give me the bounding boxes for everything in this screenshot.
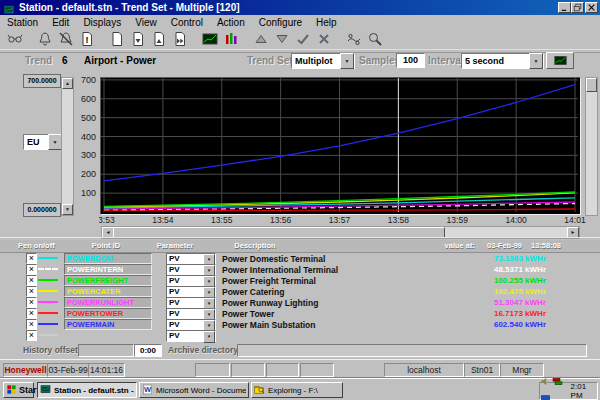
trend-set-label: Trend Set xyxy=(247,55,293,66)
page-icon[interactable] xyxy=(106,30,127,49)
system-tray: 2:01 PM xyxy=(539,382,598,400)
taskbar-task-explorer[interactable]: Exploring - F:\ xyxy=(251,382,343,398)
status-cell xyxy=(231,363,265,377)
menu-view[interactable]: View xyxy=(128,17,164,28)
taskbar: Start Station - default.stn -...WMicroso… xyxy=(0,378,600,400)
plot-right-scrollbar[interactable] xyxy=(585,77,598,216)
point-id-field[interactable]: POWERRUNLIGHT xyxy=(64,297,152,308)
samples-input[interactable]: 100 xyxy=(396,53,425,68)
trend-display-icon[interactable] xyxy=(199,30,220,49)
history-offset-input[interactable] xyxy=(78,344,134,357)
pen-checkbox[interactable]: × xyxy=(26,297,37,308)
point-id-field[interactable]: POWERINTERN xyxy=(64,264,152,275)
y-tick-label: 100 xyxy=(81,188,96,198)
scrollbar-thumb[interactable] xyxy=(586,78,597,92)
archive-directory-input[interactable] xyxy=(237,344,587,357)
menu-station[interactable]: Station xyxy=(0,17,45,28)
menu-edit[interactable]: Edit xyxy=(45,17,76,28)
chevron-down-icon[interactable]: ▼ xyxy=(203,331,215,343)
samples-label: Samples xyxy=(359,55,400,66)
brand: Honeywell xyxy=(3,363,48,377)
range-max-field[interactable]: 700.0000 xyxy=(23,74,61,88)
point-id-field[interactable]: POWERDOM xyxy=(64,253,152,264)
chevron-down-icon[interactable]: ▼ xyxy=(48,134,62,150)
start-button[interactable]: Start xyxy=(3,382,34,398)
status-time: 14:01:16 xyxy=(88,363,125,377)
trend-set-select[interactable]: Multiplot ▼ xyxy=(291,53,355,69)
point-description: Power Tower xyxy=(222,309,274,319)
chevron-down-icon[interactable]: ▼ xyxy=(529,53,543,69)
parameter-value: PV xyxy=(169,276,180,286)
status-station: Stn01 xyxy=(464,363,500,377)
display-tray-icon[interactable] xyxy=(540,394,551,400)
pen-checkbox[interactable]: × xyxy=(26,330,37,341)
close-button[interactable] xyxy=(585,2,598,13)
footer-row: History offset 0:00 Archive directory xyxy=(0,343,600,358)
station-connect-icon[interactable] xyxy=(4,30,25,49)
taskbar-task-word[interactable]: WMicrosoft Word - Document1 xyxy=(139,382,249,398)
accept-icon[interactable] xyxy=(292,30,313,49)
alarm-silence-icon[interactable] xyxy=(55,30,76,49)
parameter-value: PV xyxy=(169,254,180,264)
x-tick-label: 13:57 xyxy=(323,215,357,225)
page-up-icon[interactable] xyxy=(148,30,169,49)
page-down-icon[interactable] xyxy=(127,30,148,49)
alarm-page-icon[interactable]: ! xyxy=(76,30,97,49)
minimize-button[interactable] xyxy=(558,2,571,13)
pen-row-powerrunlight: ×POWERRUNLIGHTPV▼Power Runway Lighting51… xyxy=(0,297,600,308)
menu-help[interactable]: Help xyxy=(309,17,344,28)
header-time: 13:58:08 xyxy=(531,241,561,250)
menu-action[interactable]: Action xyxy=(210,17,252,28)
toolbar-group xyxy=(4,30,25,49)
menu-configure[interactable]: Configure xyxy=(252,17,309,28)
pen-checkbox[interactable]: × xyxy=(26,286,37,297)
group-display-icon[interactable] xyxy=(220,30,241,49)
point-description: Power Domestic Terminal xyxy=(222,254,325,264)
clear-icon[interactable] xyxy=(313,30,334,49)
pen-row-powermain: ×POWERMAINPV▼Power Main Substation602.54… xyxy=(0,319,600,330)
associated-display-icon[interactable] xyxy=(343,30,364,49)
volume-icon[interactable] xyxy=(540,376,551,387)
status-host: localhost xyxy=(384,363,464,377)
header-point-id: Point ID xyxy=(64,241,148,250)
parameter-select[interactable]: PV▼ xyxy=(166,330,216,342)
point-id-field[interactable]: POWERTOWER xyxy=(64,308,152,319)
lower-icon[interactable] xyxy=(271,30,292,49)
pen-checkbox[interactable]: × xyxy=(26,264,37,275)
trend-display-button[interactable] xyxy=(546,52,574,69)
trend-plot[interactable] xyxy=(100,77,581,215)
offset-time-field[interactable]: 0:00 xyxy=(134,344,162,357)
svg-text:W: W xyxy=(144,385,152,394)
raise-icon[interactable] xyxy=(250,30,271,49)
trend-name: Airport - Power xyxy=(84,55,156,66)
page-forward-icon[interactable] xyxy=(169,30,190,49)
pen-checkbox[interactable]: × xyxy=(26,275,37,286)
zoom-icon[interactable] xyxy=(364,30,385,49)
explorer-icon xyxy=(254,384,265,397)
point-id-field[interactable]: POWERCATER xyxy=(64,286,152,297)
eu-select[interactable]: EU ▼ xyxy=(23,134,63,150)
chevron-down-icon[interactable]: ▼ xyxy=(340,53,354,69)
pen-checkbox[interactable]: × xyxy=(26,308,37,319)
modem-icon[interactable] xyxy=(552,376,563,387)
y-tick-label: 500 xyxy=(81,113,96,123)
menu-displays[interactable]: Displays xyxy=(76,17,128,28)
menu-control[interactable]: Control xyxy=(164,17,210,28)
alarm-bell-icon[interactable] xyxy=(34,30,55,49)
point-id-field[interactable]: POWERMAIN xyxy=(64,319,152,330)
x-tick-label: 13:53 xyxy=(99,215,121,225)
maximize-button[interactable] xyxy=(571,2,584,13)
range-min-field[interactable]: 0.000000 xyxy=(23,203,61,217)
x-tick-label: 13:59 xyxy=(440,215,474,225)
pen-table: ×POWERDOMPV▼Power Domestic Terminal73.19… xyxy=(0,253,600,341)
pen-checkbox[interactable]: × xyxy=(26,319,37,330)
point-description: Power Catering xyxy=(222,287,284,297)
trend-header-row: Trend 6 Airport - Power Trend Set Multip… xyxy=(0,51,600,71)
taskbar-task-station[interactable]: Station - default.stn -... xyxy=(37,382,137,398)
pen-line-sample xyxy=(38,323,58,325)
point-id-field[interactable]: POWERFREIGHT xyxy=(64,275,152,286)
trend-set-value: Multiplot xyxy=(292,56,340,66)
pen-checkbox[interactable]: × xyxy=(26,253,37,264)
interval-select[interactable]: 5 second ▼ xyxy=(461,53,544,69)
trend-number: 6 xyxy=(62,55,68,66)
